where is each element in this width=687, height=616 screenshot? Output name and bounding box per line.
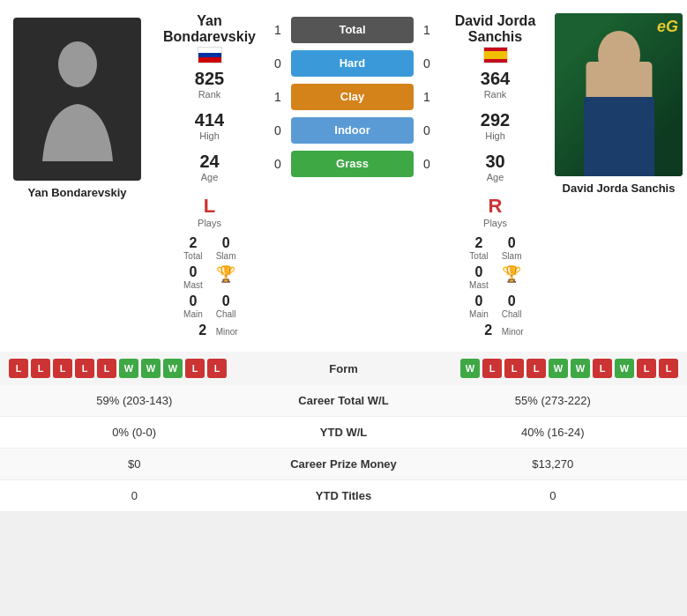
right-mast-cell: 0 Mast [467,264,490,290]
career-total-label: Career Total W/L [256,394,432,407]
left-form-9: L [185,359,205,378]
total-row: 1 Total 1 [265,17,440,43]
right-age-value: 30 [485,152,504,172]
left-player-name: Yan Bondarevskiy [28,186,127,199]
left-form-5: L [97,359,116,378]
right-total-value: 2 [467,235,490,251]
hard-score-right: 0 [414,56,440,71]
total-score-left: 1 [265,23,291,37]
hard-score-left: 0 [265,56,291,71]
clay-row: 1 Clay 1 [265,84,440,110]
right-high-value: 292 [481,110,510,130]
indoor-button[interactable]: Indoor [291,117,414,144]
right-form-6: W [571,359,590,378]
right-mast-value: 0 [467,264,490,280]
right-main-label: Main [467,309,490,319]
left-high-value: 414 [195,110,224,130]
left-high-label: High [195,130,224,141]
career-total-right: 55% (273-222) [432,394,675,407]
career-prize-left: $0 [13,457,256,471]
left-age-label: Age [199,172,219,182]
grass-score-right: 0 [414,157,440,171]
right-chall-cell: 0 Chall [500,293,524,319]
left-total-cell: 2 Total [181,235,205,261]
right-mast-label: Mast [467,280,490,290]
left-chall-label: Chall [214,309,238,319]
left-chall-cell: 0 Chall [214,293,238,319]
right-form-4: L [526,359,546,378]
right-rank-label: Rank [481,89,510,100]
left-main-value: 0 [181,293,205,309]
left-total-label: Total [181,251,205,261]
left-slam-label: Slam [214,251,238,261]
svg-point-0 [58,41,97,87]
left-rank-block: 825 Rank [195,69,224,100]
career-total-left: 59% (203-143) [13,394,256,407]
left-player-stats: Yan Bondarevskiy 825 Rank 414 High 24 Ag… [154,9,265,343]
right-plays-label: Plays [483,218,507,228]
ytd-titles-left: 0 [13,489,256,502]
left-player-photo-area: Yan Bondarevskiy [0,9,154,343]
total-score-right: 1 [414,23,440,37]
form-pills-left: L L L L L W W W L L [9,359,227,378]
right-player-avatar: eG [555,13,683,176]
player-section: Yan Bondarevskiy Yan Bondarevskiy 825 Ra… [0,0,687,352]
career-prize-row: $0 Career Prize Money $13,270 [0,449,687,480]
ytd-titles-label: YTD Titles [256,489,432,502]
right-slam-cell: 0 Slam [500,235,524,261]
indoor-row: 0 Indoor 0 [265,117,440,144]
right-trophy-icon: 🏆 [502,265,521,283]
right-minor-label: Minor [502,327,524,337]
left-plays-value: L [198,195,221,218]
left-mast-cell: 0 Mast [181,264,205,290]
right-player-stats: David Jorda Sanchis 364 Rank 292 High 30… [440,9,550,343]
left-total-value: 2 [181,235,205,251]
left-main-cell: 0 Main [181,293,205,319]
left-form-7: W [141,359,161,378]
clay-button[interactable]: Clay [291,84,414,110]
indoor-score-right: 0 [414,123,440,137]
indoor-score-left: 0 [265,123,291,137]
left-form-6: W [119,359,138,378]
right-high-label: High [481,130,510,141]
left-player-title: Yan Bondarevskiy [159,13,260,45]
career-prize-right: $13,270 [432,457,675,471]
right-rank-block: 364 Rank [481,69,510,100]
left-form-8: W [163,359,183,378]
left-form-4: L [75,359,94,378]
hard-button[interactable]: Hard [291,50,414,77]
right-form-1: W [460,359,480,378]
right-form-7: L [593,359,612,378]
clay-score-right: 1 [414,90,440,104]
right-minor-cell: 2 Minor [467,323,523,338]
left-slam-cell: 0 Slam [214,235,238,261]
right-form-9: L [637,359,656,378]
right-plays-value: R [483,195,507,218]
left-minor-value: 2 [198,323,206,338]
left-slam-value: 0 [214,235,238,251]
total-button[interactable]: Total [291,17,414,43]
form-label: Form [227,362,460,375]
right-form-5: W [549,359,568,378]
right-minor-value: 2 [484,323,492,338]
left-rank-label: Rank [195,89,224,100]
form-pills-right: W L L L W W L W L L [460,359,678,378]
ytd-wl-left: 0% (0-0) [13,426,256,439]
ytd-wl-row: 0% (0-0) YTD W/L 40% (16-24) [0,417,687,449]
right-chall-value: 0 [500,293,524,309]
right-slam-label: Slam [500,251,524,261]
left-trophy-icon: 🏆 [216,265,235,283]
middle-section: 1 Total 1 0 Hard 0 1 Clay 1 0 Indoor 0 [265,9,440,343]
left-chall-value: 0 [214,293,238,309]
left-form-10: L [207,359,227,378]
career-prize-label: Career Prize Money [256,457,432,471]
left-trophy-cell: 🏆 [214,264,238,290]
person-silhouette-left [34,38,122,161]
left-mast-label: Mast [181,280,205,290]
right-chall-label: Chall [500,309,524,319]
left-form-1: L [9,359,28,378]
grass-row: 0 Grass 0 [265,151,440,177]
grass-button[interactable]: Grass [291,151,414,177]
right-form-8: W [615,359,634,378]
left-age-value: 24 [199,152,219,172]
